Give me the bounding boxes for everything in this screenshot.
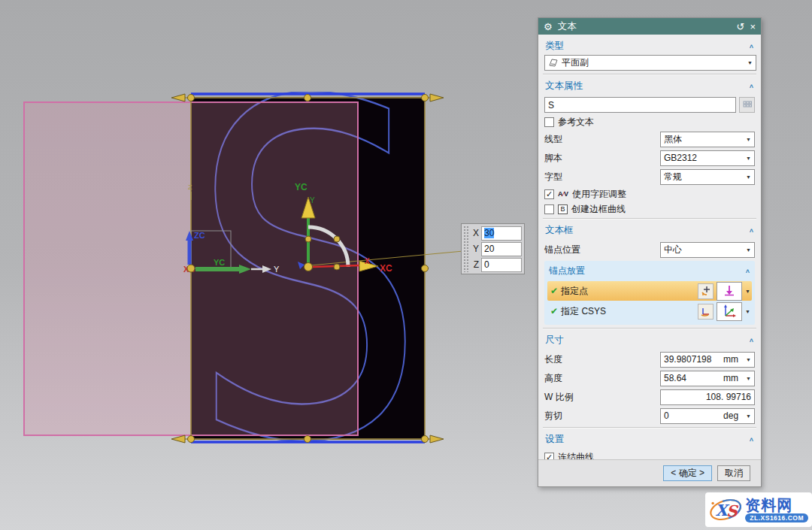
border-curve-checkbox-row[interactable]: B 创建边框曲线 <box>544 203 755 215</box>
x-coord-input[interactable]: 30 <box>481 226 522 241</box>
xs-logo-icon: X S <box>709 495 742 525</box>
watermark-url: ZL.XS1616.COM <box>745 513 808 522</box>
symbol-grid-button[interactable] <box>739 97 755 113</box>
close-icon[interactable]: × <box>750 22 756 32</box>
dialog-title: 文本 <box>558 20 577 33</box>
reference-text-checkbox[interactable] <box>544 117 554 127</box>
y-coord-input[interactable]: 20 <box>481 242 522 256</box>
chevron-down-icon: ▼ <box>745 309 750 314</box>
anchor-placement-header[interactable]: 锚点放置∧ <box>547 263 752 280</box>
kerning-checkbox-row[interactable]: ✓ A∕V 使用字距调整 <box>544 188 755 200</box>
collapse-chevron-icon[interactable]: ∧ <box>749 43 754 50</box>
length-label: 长度 <box>544 353 660 366</box>
datum-plane[interactable] <box>23 101 359 436</box>
collapse-chevron-icon[interactable]: ∧ <box>749 83 754 89</box>
chevron-down-icon: ▼ <box>747 60 753 65</box>
dialog-titlebar[interactable]: ⚙ 文本 ↺ × <box>538 18 761 35</box>
shear-label: 剪切 <box>544 410 660 422</box>
wscale-label: W 比例 <box>544 391 660 404</box>
border-curve-checkbox[interactable] <box>544 204 554 214</box>
specify-point-label: 指定点 <box>561 285 695 298</box>
bounding-box-icon: B <box>558 204 568 214</box>
section-type[interactable]: 类型∧ <box>544 36 755 55</box>
section-size[interactable]: 尺寸∧ <box>544 330 755 349</box>
border-curve-label: 创建边框曲线 <box>571 203 626 216</box>
collapse-chevron-icon[interactable]: ∧ <box>749 227 754 234</box>
text-content-input[interactable]: S <box>544 97 736 113</box>
collapse-chevron-icon[interactable]: ∧ <box>749 337 754 344</box>
length-field[interactable]: 39.9807198 mm ▼ <box>660 352 755 368</box>
y-coord-label: Y <box>471 244 479 254</box>
specify-csys-label: 指定 CSYS <box>561 305 695 318</box>
ok-button[interactable]: < 确定 > <box>663 465 712 481</box>
point-type-dropdown[interactable]: ▼ <box>742 282 752 301</box>
chevron-down-icon: ▼ <box>746 247 751 253</box>
section-text-properties[interactable]: 文本属性∧ <box>544 76 755 95</box>
font-dropdown[interactable]: 黑体 ▼ <box>660 132 755 147</box>
chevron-down-icon: ▼ <box>746 156 751 161</box>
type-dropdown[interactable]: 平面副 ▼ <box>544 55 756 71</box>
text-dialog: ⚙ 文本 ↺ × 类型∧ 平面副 ▼ 文本属性∧ <box>538 17 762 487</box>
shear-field[interactable]: 0 deg ▼ <box>660 408 755 424</box>
dialog-button-bar: < 确定 > 取消 <box>538 459 761 486</box>
point-dialog-button[interactable] <box>698 283 714 299</box>
height-field[interactable]: 58.64 mm ▼ <box>660 371 755 386</box>
check-icon: ✔ <box>550 286 558 296</box>
chevron-down-icon: ▼ <box>746 376 751 381</box>
height-unit: mm <box>723 373 738 383</box>
wscale-field[interactable]: 108. 99716 <box>660 389 755 405</box>
collapse-chevron-icon[interactable]: ∧ <box>745 268 750 274</box>
csys-type-dropdown[interactable]: ▼ <box>742 302 752 321</box>
reset-icon[interactable]: ↺ <box>737 22 745 32</box>
cancel-button[interactable]: 取消 <box>717 465 750 481</box>
specify-csys-row[interactable]: ✔ 指定 CSYS <box>547 301 752 321</box>
anchor-placement-group: 锚点放置∧ ✔ 指定点 <box>544 261 755 325</box>
kerning-checkbox[interactable]: ✓ <box>544 189 554 199</box>
anchor-position-dropdown[interactable]: 中心 ▼ <box>660 242 755 258</box>
chevron-down-icon: ▼ <box>745 289 750 294</box>
font-style-dropdown[interactable]: 常规 ▼ <box>660 169 755 185</box>
inferred-point-button[interactable] <box>717 282 742 301</box>
reference-text-checkbox-row[interactable]: 参考文本 <box>544 116 755 128</box>
chevron-down-icon: ▼ <box>746 413 751 419</box>
script-label: 脚本 <box>544 152 660 165</box>
csys-constructor-icon <box>701 306 711 316</box>
height-label: 高度 <box>544 372 660 385</box>
watermark: X S 资料网 ZL.XS1616.COM <box>705 492 812 527</box>
svg-text:S: S <box>726 502 739 520</box>
inferred-point-icon <box>723 285 735 297</box>
reference-text-label: 参考文本 <box>558 116 594 129</box>
chevron-down-icon: ▼ <box>746 174 751 180</box>
shear-unit: deg <box>723 410 738 421</box>
chevron-down-icon: ▼ <box>746 137 751 142</box>
drag-grip[interactable] <box>463 226 470 272</box>
csys-dialog-button[interactable] <box>698 304 714 320</box>
anchor-position-label: 锚点位置 <box>544 244 660 256</box>
chevron-down-icon: ▼ <box>746 357 751 362</box>
csys-display-button[interactable] <box>717 302 742 321</box>
linetype-label: 线型 <box>544 133 660 146</box>
section-text-frame[interactable]: 文本框∧ <box>544 220 755 239</box>
x-coord-label: X <box>471 228 479 238</box>
application-viewport: S Z <box>0 0 812 530</box>
z-coord-input[interactable]: 0 <box>481 258 522 272</box>
grid-icon <box>743 101 752 110</box>
script-dropdown[interactable]: GB2312 ▼ <box>660 150 755 166</box>
font-style-label: 字型 <box>544 171 660 183</box>
collapse-chevron-icon[interactable]: ∧ <box>749 436 754 443</box>
gear-icon: ⚙ <box>544 22 553 32</box>
kerning-label: 使用字距调整 <box>572 188 626 201</box>
check-icon: ✔ <box>550 306 558 316</box>
watermark-name: 资料网 <box>745 497 808 513</box>
point-coordinates-box: X 30 Y 20 Z 0 <box>461 223 525 274</box>
kerning-icon: A∕V <box>558 189 568 199</box>
length-unit: mm <box>723 354 738 365</box>
z-coord-label: Z <box>471 259 479 270</box>
csys-axes-icon <box>721 304 738 319</box>
planar-text-icon <box>548 58 559 68</box>
point-constructor-icon <box>701 286 711 296</box>
section-settings[interactable]: 设置∧ <box>544 429 755 448</box>
specify-point-row[interactable]: ✔ 指定点 <box>547 281 752 301</box>
